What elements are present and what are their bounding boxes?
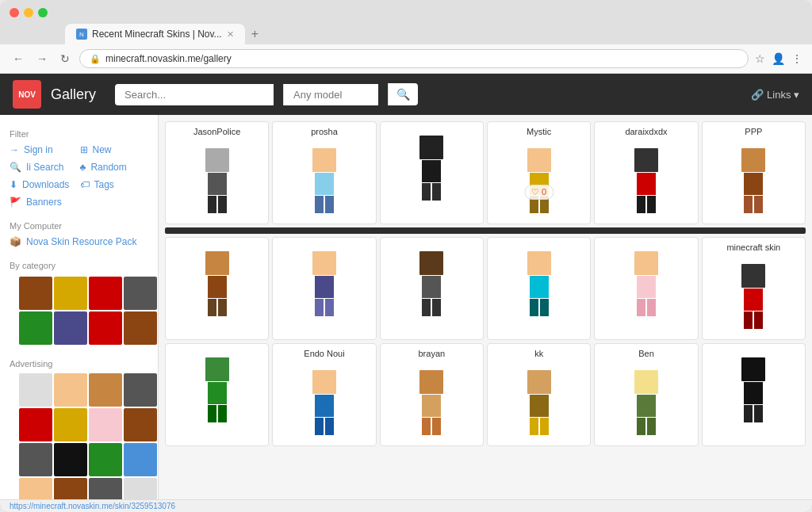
category-thumb[interactable] <box>54 277 87 310</box>
skin-art <box>186 139 249 219</box>
skin-card[interactable] <box>594 237 698 340</box>
category-section: By category <box>0 253 158 351</box>
skin-card[interactable]: Mystic♡ 0 <box>487 121 591 224</box>
search-button[interactable]: 🔍 <box>388 83 418 105</box>
search-input[interactable] <box>115 84 274 105</box>
skin-card[interactable]: daraixdxdx <box>594 121 698 224</box>
main-content: Filter → Sign in ⊞ New 🔍 Ii Search <box>0 115 812 499</box>
ad-thumb[interactable] <box>19 373 52 407</box>
my-computer-label: My Computer <box>10 221 148 231</box>
tags-link[interactable]: 🏷 Tags <box>80 177 149 193</box>
skin-card[interactable] <box>272 237 376 340</box>
skin-art <box>508 139 571 219</box>
status-bar: https://minecraft.novaskin.me/skin/32595… <box>0 499 812 512</box>
category-thumb[interactable] <box>19 277 52 310</box>
gallery-row: minecraft skin <box>165 237 806 340</box>
skin-card[interactable]: prosha <box>272 121 376 224</box>
skin-card[interactable]: brayan <box>380 343 484 446</box>
gallery-separator <box>165 227 806 234</box>
skin-card[interactable] <box>380 237 484 340</box>
menu-icon[interactable]: ⋮ <box>791 52 802 65</box>
skin-art <box>400 243 463 322</box>
skin-name: brayan <box>385 349 478 358</box>
sidebar: Filter → Sign in ⊞ New 🔍 Ii Search <box>0 115 159 499</box>
category-thumb[interactable] <box>19 311 52 345</box>
skin-card[interactable] <box>165 343 269 446</box>
category-thumb[interactable] <box>54 311 87 345</box>
window-controls <box>10 8 802 17</box>
search-link[interactable]: 🔍 Ii Search <box>10 159 79 175</box>
ad-thumb[interactable] <box>19 478 52 499</box>
ad-thumb[interactable] <box>124 408 157 441</box>
ad-thumb[interactable] <box>124 478 157 499</box>
ad-thumb[interactable] <box>19 443 52 476</box>
category-thumb[interactable] <box>89 311 122 345</box>
refresh-button[interactable]: ↻ <box>57 51 73 67</box>
model-filter-input[interactable] <box>283 84 378 105</box>
banners-link[interactable]: 🚩 Banners <box>10 194 79 210</box>
maximize-button[interactable] <box>38 8 48 17</box>
address-bar[interactable]: 🔒 minecraft.novaskin.me/gallery <box>79 49 749 68</box>
ad-thumb[interactable] <box>124 443 157 476</box>
skin-art <box>615 243 678 322</box>
tab-close-button[interactable]: ✕ <box>227 29 234 40</box>
ad-thumb[interactable] <box>89 373 122 407</box>
skin-card[interactable] <box>165 237 269 340</box>
new-link[interactable]: ⊞ New <box>80 142 149 158</box>
ad-thumb[interactable] <box>54 408 87 441</box>
links-button[interactable]: 🔗 Links ▾ <box>751 89 799 101</box>
ad-thumb[interactable] <box>54 443 87 476</box>
skin-art <box>615 139 678 219</box>
category-thumb[interactable] <box>124 311 157 345</box>
ad-thumb[interactable] <box>54 478 87 499</box>
tab-favicon: N <box>76 29 87 40</box>
skin-card[interactable] <box>380 121 484 224</box>
profile-icon[interactable]: 👤 <box>772 52 785 65</box>
skin-card[interactable]: JasonPolice <box>165 121 269 224</box>
new-tab-button[interactable]: + <box>245 24 265 44</box>
close-button[interactable] <box>10 8 19 17</box>
app-title: Gallery <box>51 86 96 103</box>
ad-thumb[interactable] <box>54 373 87 407</box>
minimize-button[interactable] <box>24 8 33 17</box>
skin-art <box>508 243 571 322</box>
skin-card[interactable]: Ben <box>594 343 698 446</box>
downloads-link[interactable]: ⬇ Downloads <box>10 177 79 193</box>
filter-label: Filter <box>10 129 148 139</box>
lock-icon: 🔒 <box>90 54 101 64</box>
signin-link[interactable]: → Sign in <box>10 142 79 158</box>
category-thumb[interactable] <box>89 277 122 310</box>
random-link[interactable]: ♣ Random <box>80 159 149 175</box>
forward-button[interactable]: → <box>33 51 51 67</box>
skin-card[interactable] <box>487 237 591 340</box>
skin-art <box>400 361 463 441</box>
gallery-row: Endo NouibrayankkBen <box>165 343 806 446</box>
gallery: JasonPoliceproshaMystic♡ 0daraixdxdxPPPm… <box>159 115 812 499</box>
banner-icon: 🚩 <box>10 197 21 208</box>
skin-name: PPP <box>707 127 800 136</box>
category-thumb[interactable] <box>124 277 157 310</box>
ad-thumb[interactable] <box>89 478 122 499</box>
ad-thumb[interactable] <box>19 408 52 441</box>
back-button[interactable]: ← <box>10 51 27 67</box>
ad-thumb[interactable] <box>89 443 122 476</box>
skin-art <box>722 139 785 219</box>
nova-pack-link[interactable]: 📦 Nova Skin Resource Pack <box>10 234 148 250</box>
ad-thumb[interactable] <box>124 373 157 407</box>
skin-art <box>186 349 249 428</box>
status-url: https://minecraft.novaskin.me/skin/32595… <box>10 502 175 510</box>
skin-card[interactable]: kk <box>487 343 591 446</box>
skin-card[interactable]: PPP <box>702 121 806 224</box>
skin-art <box>293 243 356 322</box>
skin-card[interactable]: Endo Noui <box>272 343 376 446</box>
star-icon[interactable]: ☆ <box>755 52 765 65</box>
skin-name: prosha <box>278 127 370 136</box>
nav-bar: ← → ↻ 🔒 minecraft.novaskin.me/gallery ☆ … <box>0 44 812 74</box>
signin-icon: → <box>10 144 19 155</box>
skin-card[interactable] <box>702 343 806 446</box>
skin-card[interactable]: minecraft skin <box>702 237 806 340</box>
app-logo: NOV <box>13 80 41 109</box>
category-grid <box>10 273 148 348</box>
ad-thumb[interactable] <box>89 408 122 441</box>
active-tab[interactable]: N Recent Minecraft Skins | Nov... ✕ <box>65 24 245 44</box>
